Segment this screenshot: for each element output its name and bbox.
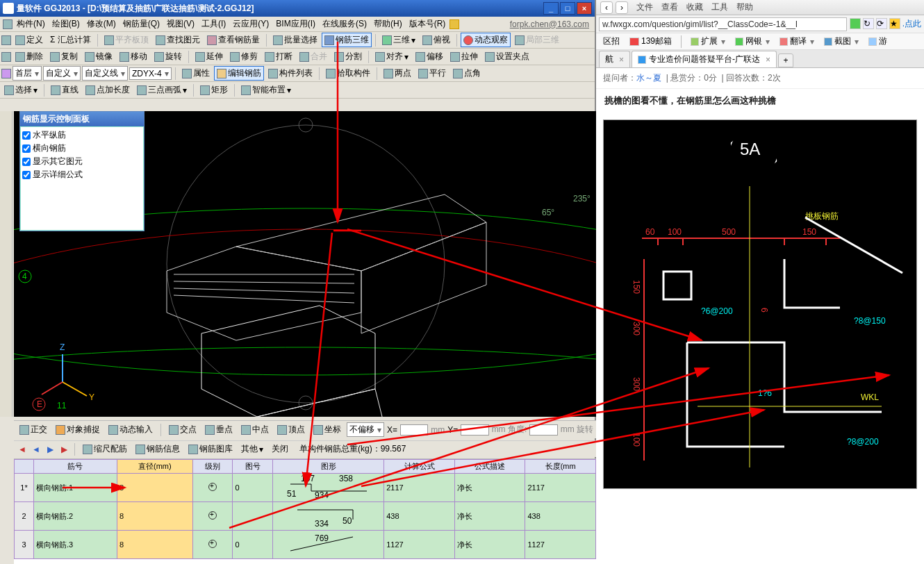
steelinfo-button[interactable]: 钢筋信息 bbox=[133, 442, 183, 456]
merge-button[interactable]: 合并 bbox=[297, 49, 330, 64]
prev-icon[interactable]: ◄ bbox=[31, 444, 42, 455]
steellib-button[interactable]: 钢筋图库 bbox=[185, 442, 236, 456]
menu-help2[interactable]: 帮助 bbox=[736, 1, 753, 13]
select-button[interactable]: 选择▾ bbox=[1, 83, 40, 97]
zdyx-combo[interactable]: ZDYX-4 bbox=[129, 67, 172, 80]
steel-grid[interactable]: 筋号 直径(mm) 级别 图号 图形 计算公式 公式描述 长度(mm 1* 横向… bbox=[14, 458, 596, 564]
menu-version[interactable]: 版本号(R) bbox=[406, 17, 449, 31]
tab-close-icon[interactable]: × bbox=[766, 55, 770, 65]
chk-trans-steel[interactable] bbox=[22, 144, 31, 153]
dynview-button[interactable]: 动态观察 bbox=[461, 33, 511, 47]
align-button[interactable]: 对齐▾ bbox=[372, 49, 411, 64]
property-button[interactable]: 属性 bbox=[179, 66, 213, 81]
other-button[interactable]: 其他▾ bbox=[238, 442, 266, 456]
menu-tool2[interactable]: 工具 bbox=[711, 1, 728, 13]
ext-dropdown[interactable]: 扩展 bbox=[688, 35, 728, 48]
back-icon[interactable] bbox=[1, 52, 11, 62]
break-button[interactable]: 打断 bbox=[262, 49, 295, 64]
chk-show-formula[interactable] bbox=[22, 171, 31, 179]
edit-steel-button[interactable]: 编辑钢筋 bbox=[214, 66, 264, 81]
close-button[interactable]: × bbox=[577, 2, 592, 15]
rect-button[interactable]: 矩形 bbox=[197, 83, 231, 97]
shot-dropdown[interactable]: 截图 bbox=[821, 35, 861, 48]
end-icon[interactable]: ▶ bbox=[58, 444, 69, 455]
ptangle-button[interactable]: 点角 bbox=[450, 66, 484, 81]
first-icon[interactable]: ◄ bbox=[17, 444, 28, 455]
tab-1[interactable]: 航× bbox=[599, 51, 630, 67]
grid-row-2[interactable]: 2 横向钢筋.2 8 50334 438 净长 438 bbox=[15, 502, 596, 531]
doc-icon[interactable] bbox=[1, 35, 11, 45]
left-dockbar[interactable] bbox=[0, 111, 13, 417]
tree-icon[interactable] bbox=[1, 69, 11, 78]
menu-steel[interactable]: 钢筋量(Q) bbox=[120, 17, 163, 31]
dyninput-toggle[interactable]: 动态输入 bbox=[106, 422, 156, 437]
bank-dropdown[interactable]: 网银 bbox=[732, 35, 773, 48]
refresh-icon[interactable]: ↻ bbox=[863, 18, 874, 29]
findgraph-button[interactable]: 查找图元 bbox=[153, 33, 203, 47]
menu-modify[interactable]: 修改(M) bbox=[84, 17, 119, 31]
menu-online[interactable]: 在线服务(S) bbox=[320, 17, 370, 31]
coord-button[interactable]: 坐标 bbox=[311, 422, 344, 437]
line-button[interactable]: 直线 bbox=[48, 83, 81, 97]
menu-fav[interactable]: 收藏 bbox=[686, 1, 703, 13]
grid-row-3[interactable]: 3 横向钢筋.3 8 0 769 1127 净长 1127 bbox=[15, 531, 596, 559]
array-button[interactable]: 拉伸 bbox=[447, 49, 481, 64]
floor-combo[interactable]: 首层 bbox=[13, 66, 42, 81]
mirror-button[interactable]: 镜像 bbox=[82, 49, 115, 64]
copy-button[interactable]: 复制 bbox=[47, 49, 81, 64]
compat-icon[interactable] bbox=[850, 18, 861, 29]
minimize-button[interactable]: _ bbox=[543, 2, 559, 15]
new-tab-button[interactable]: + bbox=[778, 53, 793, 67]
pick-comp-button[interactable]: 拾取构件 bbox=[323, 66, 373, 81]
asker-link[interactable]: 水～夏 bbox=[636, 73, 661, 83]
view-3d-button[interactable]: 三维▾ bbox=[379, 33, 418, 47]
summary-button[interactable]: Σ 汇总计算 bbox=[47, 33, 94, 47]
play-icon[interactable]: ▶ bbox=[44, 444, 56, 455]
flatplate-button[interactable]: 平齐板顶 bbox=[101, 33, 151, 47]
rotate-button[interactable]: 旋转 bbox=[151, 49, 185, 64]
tab-close-icon[interactable]: × bbox=[619, 55, 624, 65]
offset-button[interactable]: 偏移 bbox=[413, 49, 446, 64]
close2-button[interactable]: 关闭 bbox=[269, 442, 291, 456]
offset-combo[interactable]: 不偏移 bbox=[347, 422, 384, 437]
local-3d-button[interactable]: 局部三维 bbox=[512, 33, 562, 47]
menu-view[interactable]: 视图(V) bbox=[164, 17, 197, 31]
mid-snap[interactable]: 中点 bbox=[238, 422, 272, 437]
angle-input[interactable] bbox=[529, 424, 557, 436]
osnap-toggle[interactable]: 对象捕捉 bbox=[53, 422, 103, 437]
tab-2[interactable]: 专业造价问题答疑平台-广联达× bbox=[632, 51, 777, 67]
cad-drawing[interactable]: 5A 60 100 500 150 150 300 300 100 6 挑板钢筋… bbox=[603, 119, 917, 489]
extend-button[interactable]: 延伸 bbox=[192, 49, 226, 64]
menu-bim[interactable]: BIM应用(I) bbox=[273, 17, 318, 31]
ptlen-button[interactable]: 点加长度 bbox=[83, 83, 133, 97]
bulb-icon[interactable] bbox=[449, 19, 459, 29]
chk-show-other[interactable] bbox=[22, 158, 31, 166]
viewsteel-button[interactable]: 查看钢筋量 bbox=[204, 33, 263, 47]
menu-tool[interactable]: 工具(I) bbox=[199, 17, 229, 31]
zhaopin-link[interactable]: 区招 bbox=[600, 35, 622, 48]
parallel-button[interactable]: 平行 bbox=[415, 66, 449, 81]
trim-button[interactable]: 修剪 bbox=[227, 49, 261, 64]
star-icon[interactable]: ★ bbox=[889, 18, 900, 29]
steel-display-panel[interactable]: 钢筋显示控制面板 水平纵筋 横向钢筋 显示其它图元 显示详细公式 bbox=[19, 111, 145, 231]
nav-fwd-button[interactable]: › bbox=[616, 1, 628, 14]
chk-horiz-long[interactable] bbox=[22, 131, 31, 140]
menu-cloud[interactable]: 云应用(Y) bbox=[230, 17, 272, 31]
maximize-button[interactable]: □ bbox=[560, 2, 575, 15]
y-input[interactable] bbox=[461, 424, 488, 436]
menu-view2[interactable]: 查看 bbox=[661, 1, 678, 13]
steel-3d-button[interactable]: 钢筋三维 bbox=[322, 33, 372, 47]
split-button[interactable]: 分割 bbox=[331, 49, 365, 64]
trans-dropdown[interactable]: 翻译 bbox=[777, 35, 817, 48]
menu-help[interactable]: 帮助(H) bbox=[371, 17, 405, 31]
complist-button[interactable]: 构件列表 bbox=[265, 66, 315, 81]
endpt-snap[interactable]: 顶点 bbox=[274, 422, 308, 437]
batchselect-button[interactable]: 批量选择 bbox=[270, 33, 320, 47]
url-tail[interactable]: .点此 bbox=[902, 18, 921, 30]
scalerib-button[interactable]: 缩尺配筋 bbox=[80, 442, 130, 456]
setgrip-button[interactable]: 设置夹点 bbox=[482, 49, 532, 64]
define-button[interactable]: 定义 bbox=[13, 33, 46, 47]
user-email[interactable]: forpk.chen@163.com bbox=[507, 18, 592, 31]
customline-combo[interactable]: 自定义线 bbox=[82, 66, 128, 81]
custom-combo[interactable]: 自定义 bbox=[43, 66, 81, 81]
